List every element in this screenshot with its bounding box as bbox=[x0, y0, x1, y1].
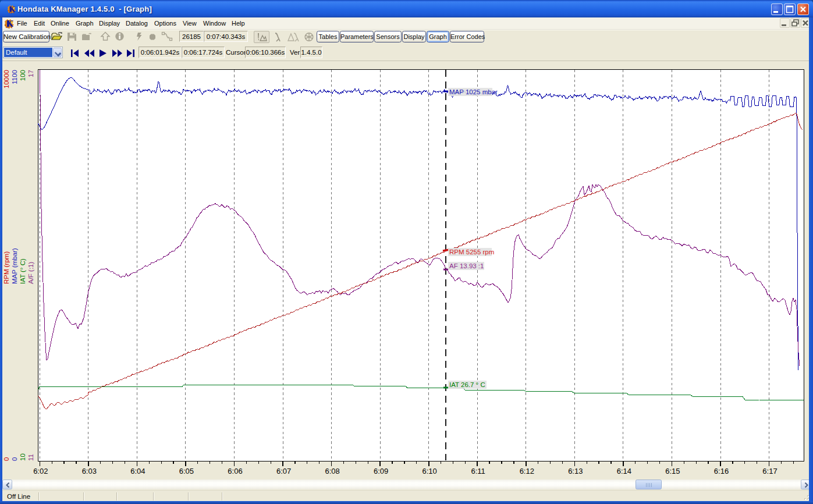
svg-text:A/F (:1): A/F (:1) bbox=[27, 261, 34, 284]
svg-text:6:05: 6:05 bbox=[179, 467, 194, 475]
svg-text:0: 0 bbox=[11, 457, 18, 461]
svg-text:6:07: 6:07 bbox=[276, 467, 291, 475]
svg-text:6:08: 6:08 bbox=[325, 467, 339, 475]
svg-text:AF 13.93 :1: AF 13.93 :1 bbox=[449, 262, 484, 269]
svg-text:6:10: 6:10 bbox=[423, 467, 437, 475]
svg-text:6:13: 6:13 bbox=[568, 467, 583, 475]
svg-text:6:11: 6:11 bbox=[471, 467, 485, 475]
svg-text:100: 100 bbox=[19, 70, 26, 81]
svg-text:6:15: 6:15 bbox=[665, 467, 680, 475]
svg-text:6:06: 6:06 bbox=[228, 467, 242, 475]
svg-text:RPM 5255 rpm: RPM 5255 rpm bbox=[449, 249, 494, 255]
svg-text:10000: 10000 bbox=[3, 70, 10, 88]
svg-text:6:03: 6:03 bbox=[82, 467, 97, 475]
svg-text:RPM (rpm): RPM (rpm) bbox=[3, 251, 10, 284]
svg-text:6:17: 6:17 bbox=[762, 467, 777, 475]
svg-text:IAT (° C): IAT (° C) bbox=[19, 258, 26, 284]
svg-text:6:14: 6:14 bbox=[617, 467, 631, 475]
svg-text:6:04: 6:04 bbox=[130, 467, 145, 475]
svg-text:6:12: 6:12 bbox=[520, 467, 534, 475]
svg-text:6:02: 6:02 bbox=[33, 467, 48, 475]
svg-text:0: 0 bbox=[3, 457, 10, 461]
svg-text:6:16: 6:16 bbox=[714, 467, 729, 475]
svg-text:MAP (mbar): MAP (mbar) bbox=[11, 248, 18, 284]
svg-text:IAT 26.7 ° C: IAT 26.7 ° C bbox=[449, 381, 485, 388]
svg-text:17: 17 bbox=[27, 70, 34, 77]
svg-text:10: 10 bbox=[19, 453, 26, 461]
svg-text:11: 11 bbox=[27, 454, 34, 461]
svg-text:6:09: 6:09 bbox=[374, 467, 388, 475]
svg-text:MAP 1025 mbar: MAP 1025 mbar bbox=[449, 88, 498, 95]
svg-text:1100: 1100 bbox=[11, 70, 18, 84]
